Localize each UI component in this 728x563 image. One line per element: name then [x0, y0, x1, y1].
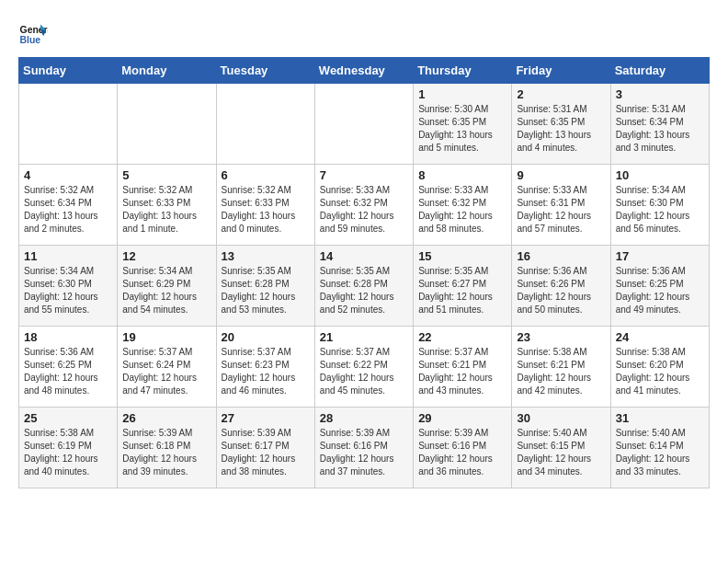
page-header: General Blue [18, 18, 710, 48]
logo-icon: General Blue [18, 18, 48, 48]
calendar-cell: 2Sunrise: 5:31 AM Sunset: 6:35 PM Daylig… [512, 84, 610, 165]
col-header-wednesday: Wednesday [314, 58, 413, 84]
day-info: Sunrise: 5:33 AM Sunset: 6:32 PM Dayligh… [418, 184, 506, 236]
day-number: 22 [418, 330, 506, 344]
day-number: 30 [517, 411, 605, 425]
calendar-cell: 3Sunrise: 5:31 AM Sunset: 6:34 PM Daylig… [610, 84, 709, 165]
col-header-thursday: Thursday [414, 58, 512, 84]
day-number: 13 [222, 249, 310, 263]
calendar-cell: 14Sunrise: 5:35 AM Sunset: 6:28 PM Dayli… [314, 246, 413, 327]
day-info: Sunrise: 5:38 AM Sunset: 6:20 PM Dayligh… [616, 346, 704, 397]
calendar-week-row: 18Sunrise: 5:36 AM Sunset: 6:25 PM Dayli… [19, 327, 710, 408]
calendar-cell: 6Sunrise: 5:32 AM Sunset: 6:33 PM Daylig… [216, 165, 314, 246]
day-number: 3 [616, 87, 704, 101]
day-number: 8 [418, 168, 506, 182]
day-number: 2 [517, 87, 605, 101]
calendar-cell: 5Sunrise: 5:32 AM Sunset: 6:33 PM Daylig… [118, 165, 216, 246]
calendar-header-row: SundayMondayTuesdayWednesdayThursdayFrid… [19, 58, 710, 84]
calendar-cell: 23Sunrise: 5:38 AM Sunset: 6:21 PM Dayli… [512, 327, 610, 408]
calendar-cell: 11Sunrise: 5:34 AM Sunset: 6:30 PM Dayli… [19, 246, 118, 327]
col-header-sunday: Sunday [19, 58, 118, 84]
calendar-week-row: 1Sunrise: 5:30 AM Sunset: 6:35 PM Daylig… [19, 84, 710, 165]
calendar-cell: 16Sunrise: 5:36 AM Sunset: 6:26 PM Dayli… [512, 246, 610, 327]
day-info: Sunrise: 5:38 AM Sunset: 6:19 PM Dayligh… [24, 427, 112, 478]
day-number: 29 [418, 411, 506, 425]
day-number: 28 [320, 411, 408, 425]
day-info: Sunrise: 5:39 AM Sunset: 6:18 PM Dayligh… [122, 427, 210, 478]
calendar-cell: 28Sunrise: 5:39 AM Sunset: 6:16 PM Dayli… [314, 408, 413, 488]
svg-text:Blue: Blue [20, 35, 41, 45]
day-number: 19 [122, 330, 210, 344]
day-info: Sunrise: 5:32 AM Sunset: 6:33 PM Dayligh… [122, 184, 210, 236]
calendar-cell: 15Sunrise: 5:35 AM Sunset: 6:27 PM Dayli… [414, 246, 512, 327]
col-header-tuesday: Tuesday [216, 58, 314, 84]
calendar-cell: 29Sunrise: 5:39 AM Sunset: 6:16 PM Dayli… [414, 408, 512, 488]
day-info: Sunrise: 5:35 AM Sunset: 6:28 PM Dayligh… [222, 265, 310, 316]
day-number: 24 [616, 330, 704, 344]
col-header-monday: Monday [118, 58, 216, 84]
day-info: Sunrise: 5:32 AM Sunset: 6:34 PM Dayligh… [24, 184, 112, 236]
day-number: 6 [222, 168, 310, 182]
day-info: Sunrise: 5:36 AM Sunset: 6:26 PM Dayligh… [517, 265, 605, 316]
calendar-cell: 19Sunrise: 5:37 AM Sunset: 6:24 PM Dayli… [118, 327, 216, 408]
day-number: 17 [616, 249, 704, 263]
calendar-cell [216, 84, 314, 165]
day-info: Sunrise: 5:39 AM Sunset: 6:16 PM Dayligh… [418, 427, 506, 478]
day-number: 23 [517, 330, 605, 344]
day-info: Sunrise: 5:33 AM Sunset: 6:32 PM Dayligh… [320, 184, 408, 236]
calendar-cell: 8Sunrise: 5:33 AM Sunset: 6:32 PM Daylig… [414, 165, 512, 246]
calendar-cell: 10Sunrise: 5:34 AM Sunset: 6:30 PM Dayli… [610, 165, 709, 246]
calendar-week-row: 4Sunrise: 5:32 AM Sunset: 6:34 PM Daylig… [19, 165, 710, 246]
day-info: Sunrise: 5:39 AM Sunset: 6:17 PM Dayligh… [222, 427, 310, 478]
calendar-cell: 18Sunrise: 5:36 AM Sunset: 6:25 PM Dayli… [19, 327, 118, 408]
logo: General Blue [18, 18, 51, 48]
day-number: 21 [320, 330, 408, 344]
calendar-cell: 25Sunrise: 5:38 AM Sunset: 6:19 PM Dayli… [19, 408, 118, 488]
day-number: 20 [222, 330, 310, 344]
calendar-cell: 24Sunrise: 5:38 AM Sunset: 6:20 PM Dayli… [610, 327, 709, 408]
calendar-cell: 1Sunrise: 5:30 AM Sunset: 6:35 PM Daylig… [414, 84, 512, 165]
day-number: 9 [517, 168, 605, 182]
day-number: 16 [517, 249, 605, 263]
day-info: Sunrise: 5:34 AM Sunset: 6:30 PM Dayligh… [24, 265, 112, 316]
day-info: Sunrise: 5:37 AM Sunset: 6:21 PM Dayligh… [418, 346, 506, 397]
day-info: Sunrise: 5:30 AM Sunset: 6:35 PM Dayligh… [418, 103, 506, 155]
day-number: 18 [24, 330, 112, 344]
calendar-cell [19, 84, 118, 165]
day-info: Sunrise: 5:33 AM Sunset: 6:31 PM Dayligh… [517, 184, 605, 236]
day-info: Sunrise: 5:37 AM Sunset: 6:23 PM Dayligh… [222, 346, 310, 397]
calendar-cell: 20Sunrise: 5:37 AM Sunset: 6:23 PM Dayli… [216, 327, 314, 408]
day-info: Sunrise: 5:34 AM Sunset: 6:29 PM Dayligh… [122, 265, 210, 316]
calendar-cell: 4Sunrise: 5:32 AM Sunset: 6:34 PM Daylig… [19, 165, 118, 246]
day-number: 25 [24, 411, 112, 425]
calendar-week-row: 25Sunrise: 5:38 AM Sunset: 6:19 PM Dayli… [19, 408, 710, 488]
day-number: 10 [616, 168, 704, 182]
day-info: Sunrise: 5:39 AM Sunset: 6:16 PM Dayligh… [320, 427, 408, 478]
day-info: Sunrise: 5:36 AM Sunset: 6:25 PM Dayligh… [24, 346, 112, 397]
day-number: 12 [122, 249, 210, 263]
day-info: Sunrise: 5:35 AM Sunset: 6:27 PM Dayligh… [418, 265, 506, 316]
calendar-table: SundayMondayTuesdayWednesdayThursdayFrid… [18, 57, 710, 488]
calendar-cell: 30Sunrise: 5:40 AM Sunset: 6:15 PM Dayli… [512, 408, 610, 488]
calendar-cell: 13Sunrise: 5:35 AM Sunset: 6:28 PM Dayli… [216, 246, 314, 327]
day-number: 15 [418, 249, 506, 263]
day-info: Sunrise: 5:40 AM Sunset: 6:14 PM Dayligh… [616, 427, 704, 478]
calendar-cell [314, 84, 413, 165]
calendar-cell [118, 84, 216, 165]
day-number: 5 [122, 168, 210, 182]
day-info: Sunrise: 5:36 AM Sunset: 6:25 PM Dayligh… [616, 265, 704, 316]
calendar-week-row: 11Sunrise: 5:34 AM Sunset: 6:30 PM Dayli… [19, 246, 710, 327]
col-header-saturday: Saturday [610, 58, 709, 84]
calendar-cell: 12Sunrise: 5:34 AM Sunset: 6:29 PM Dayli… [118, 246, 216, 327]
day-info: Sunrise: 5:37 AM Sunset: 6:24 PM Dayligh… [122, 346, 210, 397]
calendar-cell: 7Sunrise: 5:33 AM Sunset: 6:32 PM Daylig… [314, 165, 413, 246]
day-info: Sunrise: 5:38 AM Sunset: 6:21 PM Dayligh… [517, 346, 605, 397]
calendar-cell: 22Sunrise: 5:37 AM Sunset: 6:21 PM Dayli… [414, 327, 512, 408]
calendar-cell: 9Sunrise: 5:33 AM Sunset: 6:31 PM Daylig… [512, 165, 610, 246]
day-number: 7 [320, 168, 408, 182]
col-header-friday: Friday [512, 58, 610, 84]
calendar-cell: 17Sunrise: 5:36 AM Sunset: 6:25 PM Dayli… [610, 246, 709, 327]
day-number: 27 [222, 411, 310, 425]
calendar-cell: 26Sunrise: 5:39 AM Sunset: 6:18 PM Dayli… [118, 408, 216, 488]
day-info: Sunrise: 5:31 AM Sunset: 6:34 PM Dayligh… [616, 103, 704, 155]
